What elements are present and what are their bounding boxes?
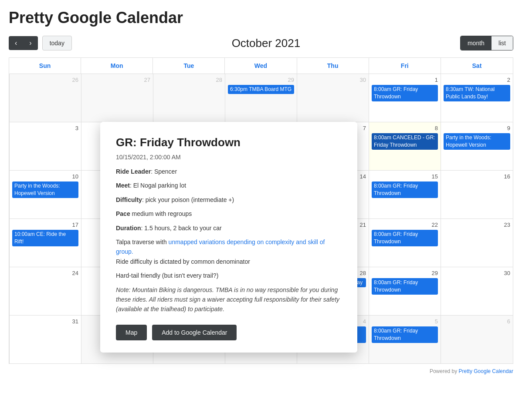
- modal-pace: Pace medium with regroups: [116, 209, 342, 218]
- modal-overlay[interactable]: GR: Friday Throwdown 10/15/2021, 2:00:00…: [0, 0, 522, 383]
- modal-meet: Meet: El Nogal parking lot: [116, 181, 342, 190]
- modal-title: GR: Friday Throwdown: [116, 136, 342, 149]
- difficulty-label: Difficulty: [116, 196, 142, 203]
- modal-popup: GR: Friday Throwdown 10/15/2021, 2:00:00…: [100, 122, 357, 353]
- duration-label: Duration: [116, 225, 141, 232]
- modal-date: 10/15/2021, 2:00:00 AM: [116, 154, 342, 161]
- duration-value: 1.5 hours, 2 back to your car: [144, 225, 221, 232]
- map-button[interactable]: Map: [116, 325, 147, 340]
- pace-label: Pace: [116, 210, 130, 217]
- modal-hard-tail: Hard-tail friendly (but isn't every trai…: [116, 271, 342, 280]
- pace-value: medium with regroups: [132, 210, 192, 217]
- add-to-gcal-button[interactable]: Add to Google Calendar: [152, 325, 237, 340]
- modal-actions: Map Add to Google Calendar: [116, 325, 342, 340]
- meet-value: El Nogal parking lot: [133, 182, 186, 189]
- meet-label: Meet: [116, 182, 130, 189]
- modal-body: Ride Leader: Spencer Meet: El Nogal park…: [116, 167, 342, 314]
- modal-note: Note: Mountain Biking is dangerous. TMBA…: [116, 285, 342, 314]
- modal-duration: Duration: 1.5 hours, 2 back to your car: [116, 223, 342, 233]
- ride-leader-value: Spencer: [154, 168, 177, 175]
- modal-difficulty: Difficulty: pick your poison (intermedia…: [116, 195, 342, 205]
- modal-description: Talpa traverse with unmapped variations …: [116, 237, 342, 266]
- modal-ride-leader: Ride Leader: Spencer: [116, 167, 342, 176]
- difficulty-value: pick your poison (intermediate +): [146, 196, 234, 203]
- ride-leader-label: Ride Leader: [116, 168, 151, 175]
